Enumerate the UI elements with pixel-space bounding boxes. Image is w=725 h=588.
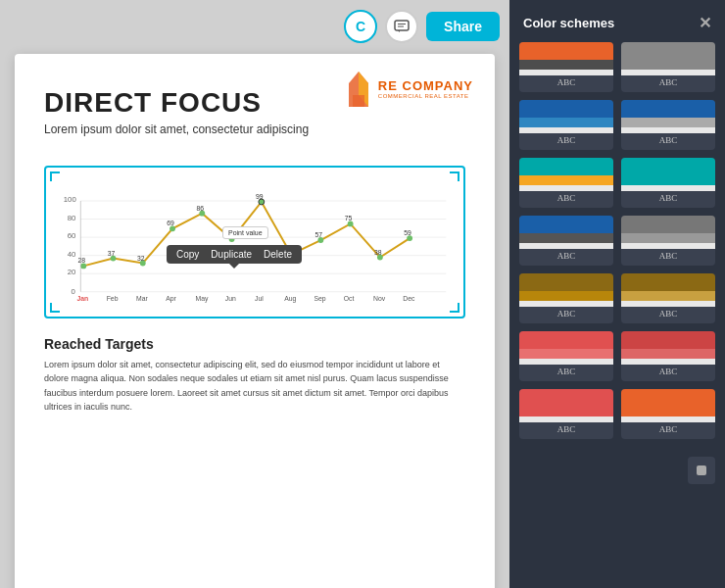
svg-text:May: May bbox=[195, 296, 208, 304]
scheme-label: ABC bbox=[621, 365, 715, 377]
sidebar-title: Color schemes bbox=[523, 16, 614, 30]
color-schemes-grid: ABC ABC ABC ABC ABC ABC ABC ABC bbox=[509, 42, 725, 449]
resize-handle-tl[interactable] bbox=[50, 172, 60, 181]
color-scheme-card[interactable]: ABC bbox=[519, 389, 613, 439]
scheme-label: ABC bbox=[519, 191, 613, 204]
color-scheme-card[interactable]: ABC bbox=[621, 42, 715, 92]
scheme-label: ABC bbox=[519, 133, 613, 146]
color-scheme-card[interactable]: ABC bbox=[519, 331, 613, 381]
svg-text:75: 75 bbox=[345, 216, 353, 222]
sidebar: Color schemes ✕ ABC ABC ABC ABC ABC ABC bbox=[509, 0, 725, 588]
svg-rect-0 bbox=[395, 21, 409, 30]
color-scheme-card[interactable]: ABC bbox=[519, 273, 613, 323]
svg-text:37: 37 bbox=[108, 250, 116, 257]
context-menu: Copy Duplicate Delete bbox=[167, 245, 302, 264]
svg-text:86: 86 bbox=[196, 205, 204, 212]
svg-text:38: 38 bbox=[374, 249, 382, 256]
logo-icon bbox=[345, 72, 372, 107]
color-scheme-card[interactable]: ABC bbox=[519, 100, 613, 150]
scheme-label: ABC bbox=[519, 75, 613, 88]
share-button[interactable]: Share bbox=[426, 12, 500, 41]
svg-text:Nov: Nov bbox=[373, 296, 386, 303]
main-area: C Share RE COMPANY COMMERCIAL REAL ESTAT… bbox=[0, 0, 509, 588]
scheme-label: ABC bbox=[621, 191, 715, 204]
resize-handle-tr[interactable] bbox=[450, 172, 459, 181]
svg-text:28: 28 bbox=[77, 257, 85, 264]
color-scheme-card[interactable]: ABC bbox=[621, 216, 715, 266]
line-chart: 0 20 40 60 80 100 Jan Feb Mar Apr May bbox=[54, 177, 456, 305]
close-icon[interactable]: ✕ bbox=[699, 14, 711, 32]
logo-name: RE COMPANY bbox=[378, 79, 473, 93]
color-scheme-card[interactable]: ABC bbox=[621, 389, 715, 439]
scheme-label: ABC bbox=[519, 422, 613, 435]
scheme-label: ABC bbox=[519, 365, 613, 377]
svg-text:0: 0 bbox=[72, 287, 76, 296]
svg-text:Feb: Feb bbox=[107, 296, 119, 303]
color-scheme-card[interactable]: ABC bbox=[621, 100, 715, 150]
section-body: Lorem ipsum dolor sit amet, consectetur … bbox=[44, 358, 465, 415]
duplicate-action[interactable]: Duplicate bbox=[211, 249, 252, 260]
color-scheme-card[interactable]: ABC bbox=[519, 216, 613, 266]
scheme-label: ABC bbox=[621, 133, 715, 146]
svg-text:58: 58 bbox=[226, 230, 234, 237]
message-icon bbox=[394, 20, 410, 33]
svg-text:Aug: Aug bbox=[284, 296, 296, 304]
svg-text:Mar: Mar bbox=[136, 296, 148, 303]
svg-text:40: 40 bbox=[68, 250, 76, 259]
color-scheme-card[interactable]: ABC bbox=[519, 158, 613, 208]
svg-text:Apr: Apr bbox=[166, 296, 176, 304]
circle-button[interactable]: C bbox=[344, 10, 377, 43]
svg-text:60: 60 bbox=[68, 231, 76, 240]
svg-text:Sep: Sep bbox=[314, 296, 326, 304]
scheme-label: ABC bbox=[621, 249, 715, 262]
svg-text:32: 32 bbox=[137, 255, 145, 262]
document-page: RE COMPANY COMMERCIAL REAL ESTATE DIRECT… bbox=[15, 54, 495, 588]
svg-text:Oct: Oct bbox=[344, 296, 355, 303]
logo-area: RE COMPANY COMMERCIAL REAL ESTATE bbox=[345, 72, 473, 107]
color-scheme-card[interactable]: ABC bbox=[519, 42, 613, 92]
svg-text:Dec: Dec bbox=[403, 296, 415, 303]
scheme-label: ABC bbox=[519, 249, 613, 262]
copy-action[interactable]: Copy bbox=[176, 249, 199, 260]
svg-text:20: 20 bbox=[68, 268, 76, 276]
svg-text:Jun: Jun bbox=[225, 296, 236, 303]
resize-handle-bl[interactable] bbox=[50, 303, 60, 313]
scheme-label: ABC bbox=[621, 75, 715, 88]
svg-text:80: 80 bbox=[68, 214, 76, 222]
scroll-thumb[interactable] bbox=[688, 457, 715, 484]
scheme-label: ABC bbox=[519, 307, 613, 319]
chart-container[interactable]: Point value 0 20 40 60 80 100 Jan Feb bbox=[44, 166, 465, 318]
logo-text: RE COMPANY COMMERCIAL REAL ESTATE bbox=[378, 79, 473, 99]
toolbar: C Share bbox=[344, 10, 500, 43]
logo-sub: COMMERCIAL REAL ESTATE bbox=[378, 93, 473, 99]
delete-action[interactable]: Delete bbox=[264, 249, 292, 260]
svg-text:Jan: Jan bbox=[76, 296, 88, 303]
sidebar-bottom bbox=[509, 449, 725, 492]
svg-rect-6 bbox=[353, 95, 364, 107]
message-button[interactable] bbox=[385, 10, 418, 43]
svg-text:99: 99 bbox=[256, 193, 264, 200]
scheme-label: ABC bbox=[621, 307, 715, 319]
svg-text:59: 59 bbox=[404, 229, 411, 236]
svg-text:69: 69 bbox=[167, 220, 174, 226]
svg-text:100: 100 bbox=[64, 195, 77, 204]
doc-subtitle: Lorem ipsum dolor sit amet, consectetur … bbox=[44, 122, 465, 136]
color-scheme-card[interactable]: ABC bbox=[621, 331, 715, 381]
svg-text:Jul: Jul bbox=[255, 296, 264, 303]
resize-handle-br[interactable] bbox=[450, 303, 459, 313]
svg-text:57: 57 bbox=[315, 231, 323, 238]
section-title: Reached Targets bbox=[44, 336, 465, 352]
sidebar-header: Color schemes ✕ bbox=[509, 0, 725, 42]
color-scheme-card[interactable]: ABC bbox=[621, 158, 715, 208]
scheme-label: ABC bbox=[621, 422, 715, 435]
color-scheme-card[interactable]: ABC bbox=[621, 273, 715, 323]
